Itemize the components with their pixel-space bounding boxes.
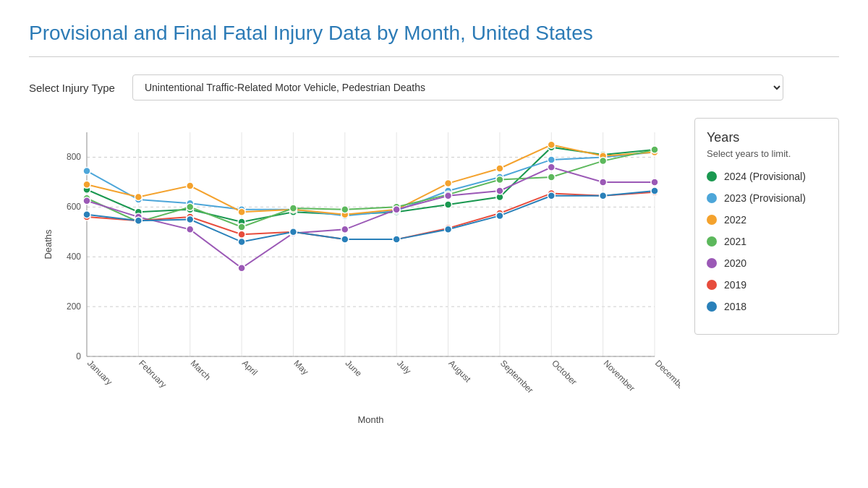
filter-label: Select Injury Type — [29, 82, 115, 94]
svg-point-59 — [548, 156, 555, 163]
legend-item-y2024[interactable]: 2024 (Provisional) — [707, 171, 827, 182]
svg-point-88 — [187, 226, 194, 233]
svg-point-92 — [393, 206, 400, 213]
svg-text:February: February — [137, 358, 169, 390]
svg-point-91 — [341, 226, 349, 233]
svg-point-86 — [83, 197, 90, 205]
legend-dot-y2022 — [707, 215, 717, 225]
legend-subtitle: Select years to limit. — [707, 148, 827, 159]
svg-point-116 — [393, 236, 400, 243]
main-content: 0200400600800JanuaryFebruaryMarchAprilMa… — [29, 118, 839, 429]
chart-container: 0200400600800JanuaryFebruaryMarchAprilMa… — [29, 118, 680, 429]
svg-point-78 — [289, 205, 297, 212]
svg-point-65 — [238, 208, 245, 215]
legend-label-y2024: 2024 (Provisional) — [724, 171, 806, 182]
svg-text:December: December — [653, 358, 680, 393]
svg-text:0: 0 — [76, 351, 81, 361]
svg-point-114 — [289, 228, 297, 236]
legend-item-y2019[interactable]: 2019 — [707, 279, 827, 291]
svg-point-79 — [341, 206, 349, 213]
svg-text:200: 200 — [67, 301, 81, 312]
svg-point-95 — [548, 163, 555, 171]
legend-title: Years — [707, 130, 827, 145]
svg-point-110 — [83, 211, 90, 218]
line-chart-svg: 0200400600800JanuaryFebruaryMarchAprilMa… — [29, 118, 680, 429]
legend-items: 2024 (Provisional)2023 (Provisional)2022… — [707, 171, 827, 312]
legend-dot-y2023 — [707, 193, 717, 203]
legend-item-y2022[interactable]: 2022 — [707, 214, 827, 226]
legend-label-y2022: 2022 — [724, 214, 746, 226]
svg-point-113 — [238, 239, 245, 246]
legend-dot-y2021 — [707, 236, 717, 247]
svg-point-112 — [187, 216, 194, 223]
legend-item-y2020[interactable]: 2020 — [707, 257, 827, 269]
legend-dot-y2020 — [707, 258, 717, 268]
svg-point-84 — [600, 158, 607, 165]
svg-point-83 — [548, 174, 555, 181]
svg-point-94 — [496, 187, 503, 194]
svg-text:November: November — [602, 358, 637, 393]
svg-point-119 — [548, 192, 555, 200]
legend-item-y2018[interactable]: 2018 — [707, 301, 827, 312]
svg-text:800: 800 — [67, 152, 81, 162]
svg-point-76 — [187, 203, 194, 210]
svg-text:Month: Month — [357, 414, 383, 425]
svg-point-96 — [600, 179, 607, 186]
svg-text:Deaths: Deaths — [43, 229, 54, 260]
svg-point-77 — [238, 223, 245, 231]
svg-point-63 — [135, 194, 142, 201]
svg-point-70 — [496, 165, 503, 172]
legend-item-y2023[interactable]: 2023 (Provisional) — [707, 192, 827, 204]
svg-text:600: 600 — [67, 202, 81, 212]
legend-dot-y2018 — [707, 301, 717, 312]
svg-point-97 — [651, 179, 658, 186]
svg-point-120 — [600, 192, 607, 200]
svg-point-89 — [238, 265, 245, 272]
injury-type-select[interactable]: Unintentional Traffic-Related Motor Vehi… — [132, 74, 783, 100]
legend-dot-y2019 — [707, 280, 717, 290]
svg-point-64 — [187, 182, 194, 189]
legend-item-y2021[interactable]: 2021 — [707, 236, 827, 247]
svg-point-111 — [135, 217, 142, 224]
svg-point-121 — [651, 187, 658, 194]
svg-point-117 — [445, 226, 452, 233]
svg-text:April: April — [240, 358, 260, 377]
svg-point-115 — [341, 236, 349, 243]
svg-text:January: January — [85, 358, 114, 387]
svg-point-101 — [238, 231, 245, 238]
legend-panel: Years Select years to limit. 2024 (Provi… — [694, 118, 839, 335]
svg-text:March: March — [189, 358, 213, 382]
svg-point-45 — [445, 201, 452, 208]
legend-dot-y2024 — [707, 171, 717, 181]
legend-label-y2019: 2019 — [724, 279, 746, 291]
svg-text:May: May — [292, 358, 310, 377]
svg-point-69 — [445, 180, 452, 187]
svg-text:June: June — [344, 358, 365, 379]
svg-point-85 — [651, 146, 658, 153]
legend-label-y2021: 2021 — [724, 236, 746, 247]
svg-text:September: September — [498, 358, 535, 395]
legend-label-y2023: 2023 (Provisional) — [724, 192, 806, 204]
svg-text:August: August — [446, 358, 473, 385]
legend-label-y2020: 2020 — [724, 257, 746, 269]
page-title: Provisional and Final Fatal Injury Data … — [29, 22, 839, 45]
svg-point-82 — [496, 176, 503, 183]
chart-area: 0200400600800JanuaryFebruaryMarchAprilMa… — [29, 118, 680, 429]
svg-text:400: 400 — [67, 252, 81, 262]
svg-text:July: July — [395, 358, 413, 376]
svg-point-118 — [496, 212, 503, 219]
svg-point-50 — [83, 167, 90, 174]
legend-label-y2018: 2018 — [724, 301, 746, 312]
svg-point-71 — [548, 141, 555, 148]
svg-point-93 — [445, 192, 452, 200]
svg-text:October: October — [550, 358, 579, 387]
svg-point-62 — [83, 181, 90, 188]
